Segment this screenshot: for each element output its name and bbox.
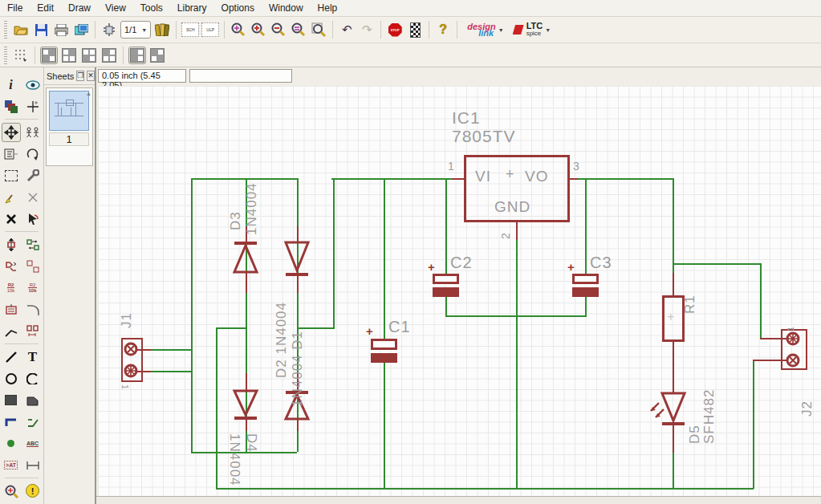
menu-edit[interactable]: Edit bbox=[30, 1, 61, 15]
tool-arc[interactable] bbox=[23, 369, 43, 388]
led-d5[interactable] bbox=[648, 390, 688, 430]
net-wire[interactable] bbox=[333, 178, 335, 329]
d3-pin-stub[interactable] bbox=[246, 273, 247, 293]
tool-name[interactable] bbox=[2, 144, 21, 164]
tool-junction[interactable] bbox=[2, 434, 21, 453]
zoom-fit-button[interactable] bbox=[230, 21, 247, 39]
grid-button[interactable] bbox=[12, 47, 30, 64]
command-input[interactable] bbox=[189, 69, 292, 83]
net-wire[interactable] bbox=[384, 178, 385, 340]
tool-bus[interactable] bbox=[2, 413, 21, 432]
net-wire[interactable] bbox=[384, 362, 385, 488]
net-wire[interactable] bbox=[753, 360, 754, 489]
ltc-spice-button[interactable]: LTC spice bbox=[513, 22, 543, 37]
d4-value-label[interactable]: 1N4004 bbox=[226, 433, 242, 486]
diode-d1[interactable] bbox=[283, 238, 311, 277]
net-wire[interactable] bbox=[150, 349, 192, 351]
tool-group[interactable] bbox=[2, 166, 21, 185]
c1-name-label[interactable]: C1 bbox=[388, 318, 411, 336]
sheet-thumbnail[interactable] bbox=[49, 91, 89, 131]
window-layout-1-button[interactable] bbox=[40, 47, 58, 64]
d5-value-label[interactable]: SFH482 bbox=[701, 389, 717, 444]
pane-split-1-button[interactable] bbox=[128, 47, 146, 64]
ic1-pin1-stub[interactable] bbox=[452, 178, 464, 180]
tool-name-label[interactable]: R210k bbox=[2, 278, 21, 298]
r1-name-label[interactable]: R1 bbox=[682, 295, 698, 314]
net-wire[interactable] bbox=[585, 297, 587, 316]
design-link-button[interactable]: design link bbox=[467, 23, 495, 36]
net-wire[interactable] bbox=[331, 178, 452, 180]
tool-attribute[interactable]: >AT bbox=[2, 456, 21, 475]
tool-mirror[interactable] bbox=[2, 235, 21, 254]
window-layout-2-button[interactable] bbox=[60, 47, 78, 64]
save-button[interactable] bbox=[32, 21, 50, 39]
ic1-value-label[interactable]: 7805TV bbox=[452, 127, 516, 146]
cap-c2-plate[interactable] bbox=[433, 287, 459, 297]
c3-name-label[interactable]: C3 bbox=[590, 254, 612, 272]
net-wire[interactable] bbox=[297, 327, 335, 329]
tool-wire[interactable] bbox=[2, 348, 21, 367]
net-wire[interactable] bbox=[673, 178, 674, 274]
schematic-canvas[interactable]: + IC1 7805TV VI + VO GND bbox=[98, 86, 821, 496]
menu-view[interactable]: View bbox=[98, 1, 133, 15]
help-button[interactable]: ? bbox=[434, 21, 452, 39]
tool-invoke[interactable] bbox=[23, 322, 43, 341]
net-wire[interactable] bbox=[760, 263, 762, 339]
cap-c3-plate[interactable] bbox=[572, 274, 599, 284]
open-button[interactable] bbox=[12, 21, 30, 39]
sch-brd-button[interactable]: SCH bbox=[181, 21, 199, 39]
menu-help[interactable]: Help bbox=[311, 1, 345, 15]
connector-j2-pads[interactable] bbox=[785, 329, 803, 374]
ltc-spice-dropdown[interactable]: ▼ bbox=[545, 27, 551, 33]
sheet-selector[interactable]: 1/1▼ bbox=[120, 21, 151, 39]
tool-dimension[interactable] bbox=[23, 456, 43, 475]
tool-split[interactable] bbox=[2, 322, 21, 341]
r1-pin-stub[interactable] bbox=[673, 273, 674, 296]
tool-circle[interactable] bbox=[2, 369, 21, 388]
design-link-dropdown[interactable]: ▼ bbox=[498, 27, 504, 33]
print-button[interactable] bbox=[52, 21, 70, 39]
tool-display-layers[interactable] bbox=[2, 97, 21, 116]
tool-erc[interactable] bbox=[2, 482, 21, 501]
d5-name-label[interactable]: D5 bbox=[687, 425, 703, 444]
tool-miter[interactable] bbox=[23, 300, 43, 319]
scroll-up-icon[interactable]: ▲ bbox=[86, 91, 91, 96]
tool-value-label[interactable]: R210k bbox=[23, 278, 43, 298]
tool-rotate[interactable] bbox=[23, 144, 43, 164]
ic1-pin2-stub[interactable] bbox=[516, 222, 518, 240]
menu-file[interactable]: File bbox=[0, 1, 30, 15]
pane-split-2-button[interactable] bbox=[148, 47, 166, 64]
toolbar-grip[interactable] bbox=[4, 21, 7, 39]
tool-delete[interactable] bbox=[2, 209, 21, 229]
net-wire[interactable] bbox=[445, 297, 447, 316]
j1-name-label[interactable]: J1 bbox=[119, 312, 135, 328]
tool-pinswap[interactable] bbox=[23, 235, 43, 254]
diode-d3[interactable] bbox=[232, 240, 259, 275]
tool-replace[interactable] bbox=[23, 123, 43, 142]
r1-d5-pin-stub[interactable] bbox=[673, 342, 674, 393]
zoom-select-button[interactable] bbox=[290, 21, 307, 39]
zoom-out-button[interactable] bbox=[270, 21, 287, 39]
tool-show[interactable] bbox=[23, 75, 43, 95]
stop-button[interactable]: STOP bbox=[386, 21, 404, 39]
tool-paste[interactable] bbox=[2, 188, 21, 207]
float-panel-icon[interactable]: ❐ bbox=[76, 71, 84, 81]
menu-options[interactable]: Options bbox=[214, 1, 262, 15]
diode-d4[interactable] bbox=[232, 388, 259, 421]
toolbar2-grip[interactable] bbox=[4, 47, 7, 64]
tool-mark[interactable] bbox=[23, 97, 43, 116]
connector-j1-pads[interactable] bbox=[123, 339, 140, 384]
cap-c3-plate[interactable] bbox=[572, 287, 599, 297]
cap-c1-plate[interactable] bbox=[371, 339, 397, 350]
tool-move[interactable] bbox=[2, 123, 21, 142]
net-wire[interactable] bbox=[150, 371, 192, 372]
cap-c2-plate[interactable] bbox=[433, 274, 459, 284]
run-script-button[interactable] bbox=[406, 21, 424, 39]
net-wire[interactable] bbox=[673, 452, 674, 489]
tool-gateswap[interactable] bbox=[2, 257, 21, 276]
cap-c1-plate[interactable] bbox=[371, 353, 397, 363]
drill-aid-icon[interactable] bbox=[100, 21, 118, 39]
tool-label[interactable]: ABC bbox=[23, 434, 43, 453]
net-wire[interactable] bbox=[191, 178, 193, 452]
net-wire[interactable] bbox=[216, 327, 217, 488]
